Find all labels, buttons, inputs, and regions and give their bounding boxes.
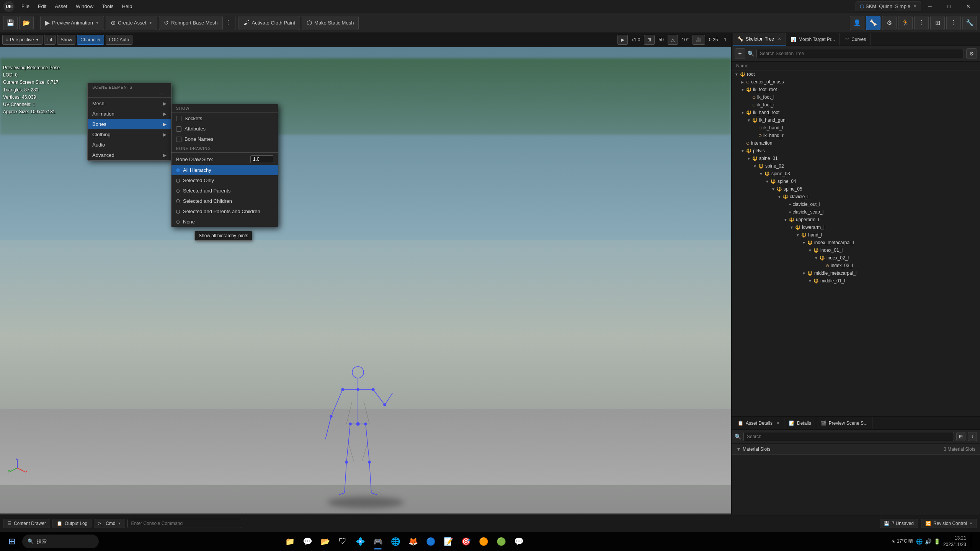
taskbar-app-4[interactable]: 🛡 (334, 533, 351, 550)
add-bone-btn[interactable]: + (735, 48, 745, 59)
tree-node-middle-metacarpal-l[interactable]: ▼ 🔱 middle_metacarpal_l (732, 269, 980, 277)
material-slots-expander[interactable]: ▼ Material Slots (736, 446, 771, 452)
menu-edit[interactable]: Edit (34, 2, 50, 11)
expand-all-btn[interactable]: ↕ (968, 432, 977, 441)
menu-help[interactable]: Help (118, 2, 136, 11)
morph-target-tab[interactable]: 📊 Morph Target Pr... (786, 33, 840, 46)
tree-node-clavicle-l[interactable]: ▼ 🔱 clavicle_l (732, 193, 980, 201)
taskbar-app-9[interactable]: 🔵 (422, 533, 439, 550)
close-btn[interactable]: ✕ (959, 0, 977, 13)
menu-mesh[interactable]: Mesh ▶ (88, 98, 171, 109)
taskbar-app-7[interactable]: 🌐 (387, 533, 404, 550)
asset-details-close[interactable]: ✕ (776, 421, 779, 425)
details-search-input[interactable] (743, 432, 954, 441)
tab-close-btn[interactable]: ✕ (913, 4, 917, 9)
cmd-btn[interactable]: >_ Cmd ▼ (94, 519, 125, 528)
tree-node-spine04[interactable]: ▼ 🔱 spine_04 (732, 178, 980, 185)
tree-node-center-of-mass[interactable]: ▶ ⊙ center_of_mass (732, 78, 980, 86)
selected-parents-row[interactable]: Selected and Parents (172, 186, 278, 196)
lod-auto-btn[interactable]: LOD Auto (106, 35, 132, 45)
output-log-btn[interactable]: 📋 Output Log (52, 519, 91, 528)
tree-node-ik-foot-l[interactable]: ⊙ ik_foot_l (732, 93, 980, 101)
taskbar-app-13[interactable]: 🟢 (493, 533, 510, 550)
view-options-btn[interactable]: ⊞ (956, 432, 965, 441)
angle-btn[interactable]: △ (668, 35, 678, 45)
skeleton-search-input[interactable] (756, 49, 964, 58)
activate-cloth-btn[interactable]: 🖌 Activate Cloth Paint (238, 16, 300, 30)
reimport-btn[interactable]: ↺ Reimport Base Mesh (159, 16, 222, 30)
make-static-mesh-btn[interactable]: ⬡ Make Static Mesh (302, 16, 359, 30)
run-icon-btn[interactable]: 🏃 (898, 16, 913, 30)
tree-node-root[interactable]: ▼ 🔱 root (732, 70, 980, 78)
tree-node-ik-foot-root[interactable]: ▼ 🔱 ik_foot_root (732, 86, 980, 93)
tree-node-index-metacarpal-l[interactable]: ▼ 🔱 index_metacarpal_l (732, 239, 980, 246)
preview-scene-tab[interactable]: 🎬 Preview Scene S... (816, 417, 872, 429)
console-input[interactable] (127, 519, 242, 528)
show-btn[interactable]: Show (57, 35, 75, 45)
taskbar-app-10[interactable]: 📝 (440, 533, 457, 550)
tree-node-ik-foot-r[interactable]: ⊙ ik_foot_r (732, 101, 980, 109)
grid-settings-btn[interactable]: ⊞ (644, 35, 655, 45)
tree-node-clavicle-out-l[interactable]: ● clavicle_out_l (732, 201, 980, 208)
start-button[interactable]: ⊞ (3, 535, 21, 548)
grid-icon-btn[interactable]: ⊞ (930, 16, 945, 30)
attributes-row[interactable]: Attributes (172, 124, 278, 134)
more-icon-btn[interactable]: ⋮ (946, 16, 961, 30)
bone-draw-size-input[interactable] (250, 155, 273, 163)
tree-node-ik-hand-l[interactable]: ⊙ ik_hand_l (732, 124, 980, 132)
selected-parents-children-row[interactable]: Selected and Parents and Children (172, 206, 278, 217)
menu-advanced[interactable]: Advanced ▶ (88, 150, 171, 160)
create-asset-btn[interactable]: ⊕ Create Asset ▼ (106, 16, 157, 30)
tree-node-ik-hand-r[interactable]: ⊙ ik_hand_r (732, 132, 980, 139)
menu-tools[interactable]: Tools (98, 2, 117, 11)
skeleton-tree-container[interactable]: ▼ 🔱 root ▶ ⊙ center_of_mass ▼ 🔱 ik_foot_… (732, 70, 980, 416)
none-row[interactable]: None (172, 217, 278, 227)
maximize-btn[interactable]: □ (940, 0, 958, 13)
tree-node-index01-l[interactable]: ▼ 🔱 index_01_l (732, 246, 980, 254)
show-desktop-btn[interactable] (971, 534, 974, 549)
menu-file[interactable]: File (18, 2, 33, 11)
selected-only-row[interactable]: Selected Only (172, 175, 278, 186)
taskbar-app-5[interactable]: 💠 (352, 533, 369, 550)
play-btn[interactable]: ▶ (617, 35, 628, 45)
cam-speed-btn[interactable]: 🎥 (693, 35, 705, 45)
minimize-btn[interactable]: ─ (921, 0, 939, 13)
details-tab[interactable]: 📝 Details (784, 417, 816, 429)
dots-icon-btn[interactable]: ⋮ (914, 16, 929, 30)
taskbar-app-2[interactable]: 💬 (299, 533, 316, 550)
menu-clothing[interactable]: Clothing ▶ (88, 129, 171, 140)
preview-animation-btn[interactable]: ▶ Preview Animation ▼ (40, 16, 104, 30)
tree-node-spine02[interactable]: ▼ 🔱 spine_02 (732, 162, 980, 170)
tree-node-pelvis[interactable]: ▼ 🔱 pelvis (732, 147, 980, 155)
sockets-row[interactable]: Sockets (172, 113, 278, 124)
person-icon-btn[interactable]: 👤 (850, 16, 864, 30)
skeleton-tree-close[interactable]: ✕ (778, 37, 781, 41)
tree-node-ik-hand-root[interactable]: ▼ 🔱 ik_hand_root (732, 109, 980, 116)
tree-node-spine03[interactable]: ▼ 🔱 spine_03 (732, 170, 980, 178)
search-settings-btn[interactable]: ⚙ (966, 48, 977, 59)
menu-window[interactable]: Window (72, 2, 97, 11)
tree-node-index02-l[interactable]: ▼ 🔱 index_02_l (732, 254, 980, 262)
taskbar-app-12[interactable]: 🟠 (475, 533, 492, 550)
reimport-options-btn[interactable]: ⋮ (224, 16, 232, 30)
menu-audio[interactable]: Audio (88, 140, 171, 150)
taskbar-app-8[interactable]: 🦊 (405, 533, 421, 550)
tree-node-hand-l[interactable]: ▼ 🔱 hand_l (732, 231, 980, 239)
tree-node-ik-hand-gun[interactable]: ▼ 🔱 ik_hand_gun (732, 116, 980, 124)
taskbar-app-14[interactable]: 💬 (510, 533, 527, 550)
asset-details-tab[interactable]: 📋 Asset Details ✕ (733, 417, 784, 429)
unsaved-btn[interactable]: 💾 7 Unsaved (880, 519, 918, 528)
taskbar-app-11[interactable]: 🎯 (457, 533, 474, 550)
menu-asset[interactable]: Asset (51, 2, 71, 11)
bone-names-row[interactable]: Bone Names (172, 134, 278, 144)
tree-node-spine01[interactable]: ▼ 🔱 spine_01 (732, 155, 980, 162)
skeleton-icon-btn[interactable]: 🦴 (866, 16, 880, 30)
menu-bones[interactable]: Bones ▶ (88, 119, 171, 129)
lit-btn[interactable]: Lit (44, 35, 56, 45)
toolbar-browse-btn[interactable]: 📂 (19, 16, 34, 30)
all-hierarchy-row[interactable]: All Hierarchy (172, 165, 278, 175)
settings-icon-btn[interactable]: ⚙ (882, 16, 897, 30)
tree-node-lowerarm-l[interactable]: ▼ 🔱 lowerarm_l (732, 223, 980, 231)
selected-children-row[interactable]: Selected and Children (172, 196, 278, 206)
toolbar-save-btn[interactable]: 💾 (3, 16, 18, 30)
